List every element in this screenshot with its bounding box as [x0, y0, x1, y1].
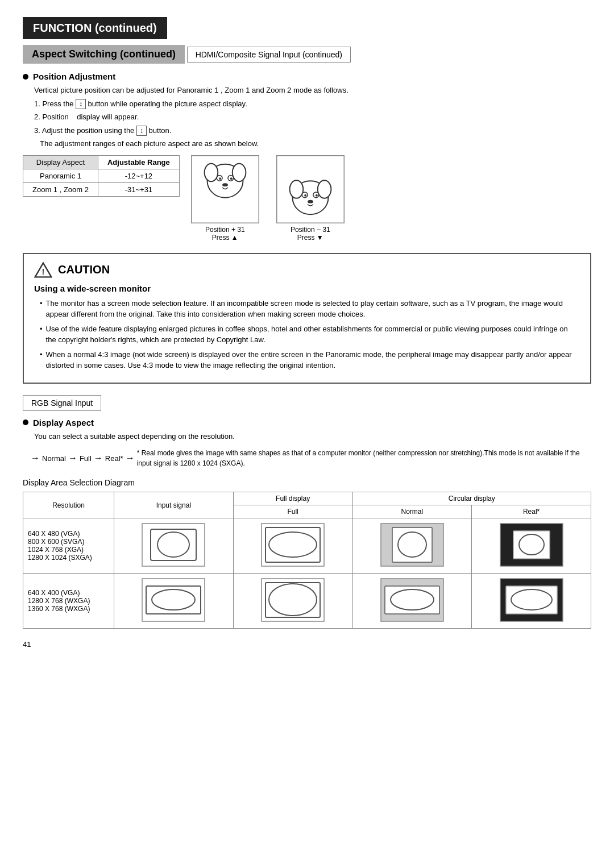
- input-signal-cell-1: [114, 518, 234, 574]
- bullet-dot-position: [23, 74, 28, 80]
- function-title: FUNCTION (continued): [23, 17, 167, 39]
- svg-text:!: !: [42, 267, 45, 276]
- col-circular-display: Circular display: [352, 492, 591, 505]
- caution-subtitle: Using a wide-screen monitor: [34, 284, 580, 293]
- rgb-desc: You can select a suitable aspect dependi…: [34, 431, 591, 442]
- monitor-full-2: [259, 576, 327, 624]
- sub-col-full: Full: [233, 505, 352, 518]
- table-row-1: 640 X 480 (VGA)800 X 600 (SVGA)1024 X 76…: [23, 518, 591, 574]
- table-cell-zoom: Zoom 1 , Zoom 2: [23, 182, 98, 196]
- display-area-table: Resolution Input signal Full display Cir…: [23, 492, 591, 629]
- svg-rect-35: [262, 579, 324, 621]
- svg-point-2: [204, 163, 218, 181]
- hdmi-section-box: HDMI/Composite Signal Input (continued): [187, 47, 351, 63]
- svg-point-17: [308, 200, 313, 203]
- svg-point-7: [230, 177, 233, 180]
- monitor-normal-2: [378, 576, 446, 624]
- position-minus-block: Position − 31 Press ▼: [276, 155, 345, 242]
- col-resolution: Resolution: [23, 492, 114, 518]
- table-row-2: 640 X 400 (VGA)1280 X 768 (WXGA)1360 X 7…: [23, 574, 591, 629]
- aspect-flow: → Normal → Full → Real* →: [28, 453, 137, 463]
- svg-point-16: [316, 194, 318, 196]
- full-cell-1: [233, 518, 352, 574]
- sub-col-real: Real*: [472, 505, 591, 518]
- flow-full: Full: [80, 454, 92, 463]
- real-note: * Real mode gives the image with same sh…: [137, 448, 591, 468]
- resolution-group-2: 640 X 400 (VGA)1280 X 768 (WXGA)1360 X 7…: [23, 574, 114, 629]
- aspect-title: Aspect Switching (continued): [23, 45, 185, 64]
- flow-normal: Normal: [42, 454, 66, 463]
- svg-point-11: [289, 180, 303, 198]
- step-1: 1. Press the ↕ button while operating th…: [34, 98, 591, 110]
- page-number: 41: [23, 640, 591, 649]
- monitor-full-1: [259, 521, 327, 569]
- normal-cell-1: [352, 518, 472, 574]
- monitor-real-2: [497, 576, 566, 624]
- position-plus-label: Position + 31: [205, 226, 245, 234]
- caution-bullet-1: The monitor has a screen mode selection …: [40, 298, 580, 320]
- normal-cell-2: [352, 574, 472, 629]
- flow-real: Real*: [105, 454, 123, 463]
- display-area-title: Display Area Selection Diagram: [23, 478, 591, 487]
- table-header-row-1: Resolution Input signal Full display Cir…: [23, 492, 591, 505]
- col-input-signal: Input signal: [114, 492, 234, 518]
- svg-point-15: [304, 194, 306, 196]
- table-cell-range1: -12~+12: [98, 169, 179, 182]
- press-down-label: Press ▼: [297, 234, 323, 242]
- table-cell-panoramic: Panoramic 1: [23, 169, 98, 182]
- display-aspect-title: Display Aspect: [33, 418, 94, 427]
- monitor-normal-1: [378, 521, 446, 569]
- caution-bullet-3: When a normal 4:3 image (not wide screen…: [40, 349, 580, 371]
- press-up-label: Press ▲: [212, 234, 238, 242]
- real-cell-2: [472, 574, 591, 629]
- flow-arrow-start: →: [31, 453, 40, 463]
- monitor-real-1: [497, 521, 566, 569]
- table-row: Zoom 1 , Zoom 2 -31~+31: [23, 182, 180, 196]
- bullet-dot-display: [23, 420, 28, 425]
- rgb-section: RGB Signal Input Display Aspect You can …: [23, 395, 591, 470]
- sub-col-normal: Normal: [352, 505, 472, 518]
- position-plus-block: Position + 31 Press ▲: [191, 155, 259, 242]
- caution-box: ! CAUTION Using a wide-screen monitor Th…: [23, 253, 591, 384]
- caution-triangle-icon: !: [34, 262, 52, 278]
- col-full-display: Full display: [233, 492, 352, 505]
- caution-bullet-2: Use of the wide feature displaying enlar…: [40, 323, 580, 346]
- dog-up-icon: [191, 155, 259, 223]
- range-note: The adjustment ranges of each picture as…: [40, 138, 591, 149]
- svg-rect-23: [262, 524, 324, 566]
- table-cell-range2: -31~+31: [98, 182, 179, 196]
- table-row: Panoramic 1 -12~+12: [23, 169, 180, 182]
- svg-point-12: [318, 180, 331, 198]
- position-desc: Vertical picture position can be adjuste…: [34, 85, 591, 96]
- flow-arrow-end: →: [126, 453, 135, 463]
- caution-label: CAUTION: [58, 263, 110, 276]
- svg-point-3: [233, 163, 246, 181]
- position-minus-label: Position − 31: [291, 226, 330, 234]
- step-2: 2. Position display will appear.: [34, 111, 591, 123]
- step-3: 3. Adjust the position using the ↕ butto…: [34, 125, 591, 136]
- dog-down-icon: [276, 155, 345, 223]
- flow-row: → Normal → Full → Real* → * Real mode gi…: [23, 447, 591, 469]
- monitor-input-2: [139, 576, 208, 624]
- table-col1-header: Display Aspect: [23, 155, 98, 169]
- svg-point-8: [222, 183, 228, 186]
- input-signal-cell-2: [114, 574, 234, 629]
- svg-point-6: [219, 177, 221, 180]
- resolution-group-1: 640 X 480 (VGA)800 X 600 (SVGA)1024 X 76…: [23, 518, 114, 574]
- flow-arrow-1: →: [68, 453, 77, 463]
- display-area-section: Display Area Selection Diagram Resolutio…: [23, 478, 591, 629]
- position-adjustment-title: Position Adjustment: [33, 72, 115, 81]
- flow-arrow-2: →: [94, 453, 103, 463]
- dog-image-area: Position + 31 Press ▲: [191, 155, 345, 242]
- monitor-input-1: [139, 521, 208, 569]
- adjustable-range-table: Display Aspect Adjustable Range Panorami…: [23, 155, 180, 197]
- rgb-box: RGB Signal Input: [23, 395, 101, 411]
- real-cell-1: [472, 518, 591, 574]
- position-adjustment-section: Position Adjustment Vertical picture pos…: [23, 72, 591, 242]
- table-col2-header: Adjustable Range: [98, 155, 179, 169]
- full-cell-2: [233, 574, 352, 629]
